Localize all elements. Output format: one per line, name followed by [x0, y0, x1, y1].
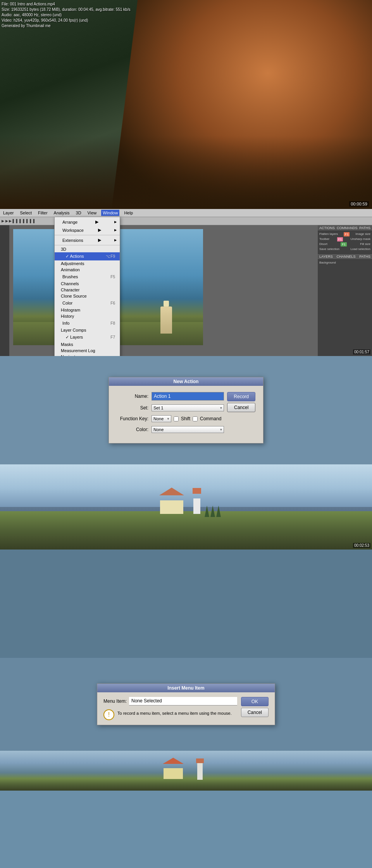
- ls-house-roof: [159, 488, 184, 495]
- landscape-section-1: 00:02:53: [0, 464, 372, 550]
- action-badge-1: F1: [344, 232, 350, 236]
- ls-tree-3: [216, 505, 221, 517]
- function-key-select-wrapper: None: [152, 415, 171, 422]
- dropdown-info[interactable]: InfoF8: [55, 319, 120, 327]
- name-input[interactable]: [152, 392, 224, 401]
- menu-item-value: None Selected: [129, 697, 237, 705]
- ps-timestamp: 00:01:57: [353, 349, 370, 354]
- shift-checkbox[interactable]: [174, 416, 179, 421]
- dropdown-3d[interactable]: 3D: [55, 246, 120, 252]
- insert-dialog-main: Menu Item: None Selected ! To record a m…: [103, 697, 269, 720]
- new-action-dialog-titlebar: New Action: [109, 377, 263, 386]
- menu-layer[interactable]: Layer: [2, 210, 16, 216]
- dropdown-workspace[interactable]: Workspace▶: [55, 226, 120, 234]
- cancel-button[interactable]: Cancel: [227, 403, 255, 412]
- video-thumbnail-section: File: 001 Intro and Actions.mp4 Size: 19…: [0, 0, 372, 209]
- color-label: Color:: [117, 427, 152, 432]
- dropdown-actions[interactable]: ✓ Actions⌥F9: [55, 252, 120, 260]
- layers-panel-body: Background: [318, 260, 372, 265]
- menu-analysis[interactable]: Analysis: [52, 210, 71, 216]
- video-desk: [0, 136, 372, 209]
- menu-help[interactable]: Help: [122, 210, 134, 216]
- video-background: [0, 0, 372, 209]
- dialog-buttons-area: Record Cancel: [227, 392, 255, 412]
- dialog-form: Name: Set: Set 1 Function: [117, 392, 224, 437]
- color-select-wrapper: None: [152, 426, 224, 433]
- ls-sky: [0, 464, 372, 511]
- action-save-sel: Save selection: [319, 247, 339, 251]
- dropdown-arrange[interactable]: Arrange▶: [55, 218, 120, 226]
- function-key-select[interactable]: None: [152, 415, 171, 422]
- dropdown-histogram[interactable]: Histogram: [55, 307, 120, 313]
- bl-house-roof: [163, 758, 184, 764]
- record-button[interactable]: Record: [227, 392, 255, 401]
- color-select[interactable]: None: [152, 426, 224, 433]
- actions-row-3: Disort F1 Fill size: [319, 242, 371, 247]
- insert-form-area: Menu Item: None Selected ! To record a m…: [103, 697, 237, 720]
- dropdown-layer-comps[interactable]: Layer Comps: [55, 327, 120, 333]
- set-label: Set:: [117, 405, 152, 411]
- menu-item-label: Menu Item:: [103, 699, 127, 704]
- ls-land: [0, 511, 372, 550]
- ls-lh-top: [193, 488, 201, 494]
- new-action-dialog-section: New Action Name: Set: Set 1: [0, 356, 372, 464]
- action-badge-2: F1: [337, 237, 343, 241]
- name-label: Name:: [117, 394, 152, 399]
- dropdown-channels[interactable]: Channels: [55, 281, 120, 287]
- dropdown-brushes[interactable]: BrushesF5: [55, 273, 120, 281]
- action-disort: Disort: [319, 242, 327, 247]
- action-toolber: Toolber: [319, 237, 329, 241]
- layers-panel-header: LAYERS CHANNELS PATHS: [318, 254, 372, 260]
- command-checkbox[interactable]: [193, 416, 198, 421]
- dropdown-sep-2: [55, 245, 120, 245]
- set-select[interactable]: Set 1: [152, 404, 224, 411]
- new-action-dialog: New Action Name: Set: Set 1: [108, 377, 264, 443]
- insert-menu-dialog: Insert Menu Item Menu Item: None Selecte…: [97, 683, 275, 725]
- paths-panel-title: PATHS: [359, 255, 370, 259]
- shift-label: Shift: [181, 416, 190, 421]
- photoshop-right-panels: ACTIONS COMMANDS PATHS Flatten layers F1…: [318, 225, 372, 356]
- function-key-row: Function Key: None Shift Command: [117, 415, 224, 422]
- actions-row-2: Toolber F1 Unsharp mask: [319, 237, 371, 242]
- dropdown-masks[interactable]: Masks: [55, 341, 120, 348]
- function-key-label: Function Key:: [117, 416, 152, 421]
- menu-view[interactable]: View: [86, 210, 98, 216]
- ls-house-body: [160, 500, 183, 514]
- actions-row-1: Flatten layers F1 Image size: [319, 232, 371, 237]
- dropdown-animation[interactable]: Animation: [55, 267, 120, 273]
- insert-dialog-content: Menu Item: None Selected ! To record a m…: [97, 692, 275, 725]
- dark-middle-section: [0, 550, 372, 658]
- menu-filter[interactable]: Filter: [36, 210, 49, 216]
- menu-select[interactable]: Select: [19, 210, 34, 216]
- dropdown-adjustments[interactable]: Adjustments: [55, 260, 120, 267]
- dropdown-measurement-log[interactable]: Measurement Log: [55, 348, 120, 354]
- dropdown-character[interactable]: Character: [55, 287, 120, 293]
- insert-warning-row: ! To record a menu item, select a menu i…: [103, 709, 237, 720]
- dropdown-layers[interactable]: ✓ LayersF7: [55, 333, 120, 341]
- menu-item-row: Menu Item: None Selected: [103, 697, 237, 705]
- insert-ok-button[interactable]: OK: [241, 697, 269, 706]
- menu-3d[interactable]: 3D: [74, 210, 83, 216]
- insert-cancel-button[interactable]: Cancel: [241, 708, 269, 717]
- layer-background: Background: [319, 261, 336, 264]
- dropdown-clone-source[interactable]: Clone Source: [55, 293, 120, 299]
- warning-icon: !: [103, 709, 114, 720]
- ls-tree-1: [205, 505, 209, 517]
- action-badge-3: F1: [341, 242, 346, 247]
- video-timestamp-1: 00:00:59: [349, 201, 369, 207]
- insert-dialog-buttons: OK Cancel: [241, 697, 269, 717]
- actions-panel-title-2: COMMANDS: [337, 226, 358, 230]
- ls-tree-2: [210, 505, 215, 517]
- menu-window[interactable]: Window: [101, 210, 119, 216]
- action-name-2: Image size: [355, 232, 370, 236]
- dropdown-color[interactable]: ColorF6: [55, 299, 120, 307]
- action-load-sel: Load selection: [350, 247, 370, 251]
- dropdown-extensions[interactable]: Extensions▶: [55, 236, 120, 244]
- new-action-dialog-content: Name: Set: Set 1 Function: [109, 386, 263, 443]
- dropdown-history[interactable]: History: [55, 313, 120, 319]
- photoshop-left-toolbar: [0, 225, 9, 356]
- dropdown-sep-1: [55, 235, 120, 235]
- layer-background-row: Background: [319, 260, 371, 265]
- photoshop-ui-section: Layer Select Filter Analysis 3D View Win…: [0, 209, 372, 356]
- dropdown-navigator[interactable]: Navigator: [55, 354, 120, 356]
